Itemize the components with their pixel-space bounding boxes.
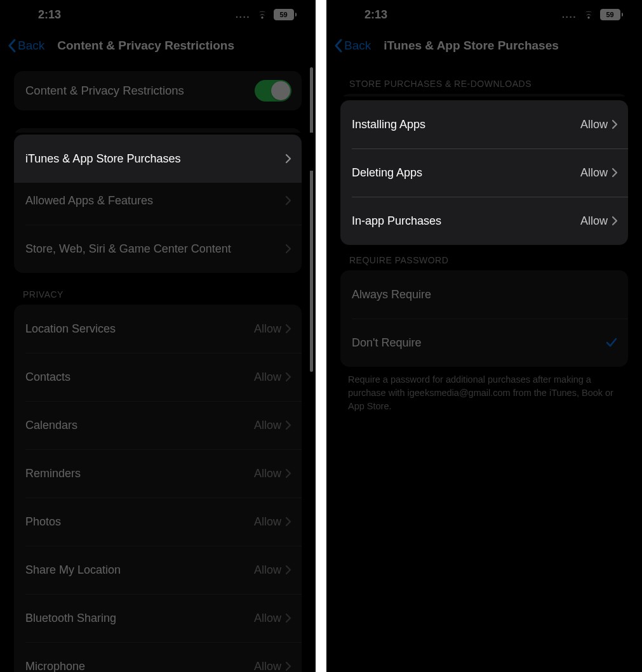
group-privacy: Location ServicesAllowContactsAllowCalen… <box>14 305 302 672</box>
row-label: Installing Apps <box>352 118 580 131</box>
row-label: Don't Require <box>352 336 605 350</box>
status-time: 2:13 <box>364 8 387 22</box>
row-label: Always Require <box>352 288 618 301</box>
row-value: Allow <box>254 371 281 384</box>
toggle-label: Content & Privacy Restrictions <box>25 84 184 98</box>
toggle-switch[interactable] <box>255 80 291 102</box>
row-label: Location Services <box>25 322 254 336</box>
chevron-right-icon <box>285 372 291 382</box>
checkmark-icon <box>605 337 618 348</box>
back-label: Back <box>344 39 371 53</box>
page-title: Content & Privacy Restrictions <box>57 39 234 53</box>
image-divider <box>316 0 326 672</box>
row-value: Allow <box>254 322 281 336</box>
back-label: Back <box>18 39 44 53</box>
screen-content-restrictions: 2:13 .... 59 Back Content & Privacy Rest… <box>0 0 316 672</box>
section-footer: Require a password for additional purcha… <box>340 367 628 413</box>
battery-icon: 59 <box>600 9 624 20</box>
highlight-itunes: iTunes & App Store Purchases <box>14 135 302 183</box>
row-label: Reminders <box>25 467 254 480</box>
row-label: Deleting Apps <box>352 166 580 180</box>
page-title: iTunes & App Store Purchases <box>384 39 559 53</box>
row-privacy-item[interactable]: RemindersAllow <box>14 449 302 497</box>
row-label: Share My Location <box>25 563 254 577</box>
phone-left: 2:13 .... 59 Back Content & Privacy Rest… <box>0 0 316 672</box>
wifi-icon <box>582 10 595 20</box>
content-privacy-toggle-row[interactable]: Content & Privacy Restrictions <box>14 71 302 110</box>
scrollbar[interactable] <box>310 67 313 372</box>
chevron-right-icon <box>285 468 291 478</box>
row-value: Allow <box>254 419 281 432</box>
battery-level: 59 <box>279 11 287 18</box>
phone-right: 2:13 .... 59 Back iTunes & App Store Pur… <box>326 0 642 672</box>
row-label: Store, Web, Siri & Game Center Content <box>25 242 285 256</box>
row-store-item-highlight[interactable]: Deleting AppsAllow <box>340 148 628 197</box>
row-label: Microphone <box>25 660 254 673</box>
chevron-right-icon <box>285 517 291 527</box>
cellular-dots-icon: .... <box>236 10 251 20</box>
battery-level: 59 <box>606 11 613 18</box>
row-itunes-purchases-highlight[interactable]: iTunes & App Store Purchases <box>14 135 302 183</box>
highlight-store-group: Installing AppsAllowDeleting AppsAllowIn… <box>340 100 628 245</box>
navbar: Back Content & Privacy Restrictions <box>0 29 316 62</box>
row-label: iTunes & App Store Purchases <box>25 152 285 166</box>
row-value: Allow <box>580 118 608 131</box>
status-time: 2:13 <box>38 8 61 22</box>
row-privacy-item[interactable]: CalendarsAllow <box>14 401 302 449</box>
row-always-require[interactable]: Always Require <box>340 270 628 319</box>
row-privacy-item[interactable]: Location ServicesAllow <box>14 305 302 353</box>
row-value: Allow <box>254 515 281 529</box>
row-label: In-app Purchases <box>352 214 580 228</box>
chevron-right-icon <box>285 244 291 254</box>
row-privacy-item[interactable]: Share My LocationAllow <box>14 546 302 594</box>
chevron-right-icon <box>285 195 291 206</box>
chevron-right-icon <box>285 565 291 575</box>
chevron-right-icon <box>612 216 618 226</box>
back-button[interactable]: Back <box>8 39 44 53</box>
wifi-icon <box>256 10 269 20</box>
row-dont-require[interactable]: Don't Require <box>340 319 628 367</box>
row-label: Contacts <box>25 371 254 384</box>
row-value: Allow <box>254 660 281 673</box>
row-store-item-highlight[interactable]: In-app PurchasesAllow <box>340 197 628 245</box>
chevron-right-icon <box>612 119 618 129</box>
status-bar: 2:13 .... 59 <box>326 0 642 29</box>
chevron-right-icon <box>285 420 291 430</box>
group-require-password: Always Require Don't Require <box>340 270 628 367</box>
row-value: Allow <box>254 563 281 577</box>
section-header-privacy: PRIVACY <box>14 273 302 305</box>
chevron-right-icon <box>285 661 291 671</box>
row-privacy-item[interactable]: MicrophoneAllow <box>14 642 302 672</box>
row-privacy-item[interactable]: Bluetooth SharingAllow <box>14 594 302 642</box>
status-bar: 2:13 .... 59 <box>0 0 316 29</box>
row-allowed-apps[interactable]: Allowed Apps & Features <box>14 176 302 225</box>
chevron-right-icon <box>285 154 291 164</box>
row-privacy-item[interactable]: PhotosAllow <box>14 497 302 546</box>
row-privacy-item[interactable]: ContactsAllow <box>14 353 302 401</box>
row-value: Allow <box>254 612 281 625</box>
row-label: Allowed Apps & Features <box>25 194 285 208</box>
navbar: Back iTunes & App Store Purchases <box>326 29 642 62</box>
battery-icon: 59 <box>274 9 297 20</box>
row-label: Bluetooth Sharing <box>25 612 254 625</box>
chevron-right-icon <box>612 168 618 178</box>
back-button[interactable]: Back <box>334 39 371 53</box>
row-label: Calendars <box>25 419 254 432</box>
cellular-dots-icon: .... <box>562 10 577 20</box>
row-store-web-siri[interactable]: Store, Web, Siri & Game Center Content <box>14 225 302 273</box>
row-label: Photos <box>25 515 254 529</box>
section-header-store: STORE PURCHASES & RE-DOWNLOADS <box>340 62 628 94</box>
chevron-right-icon <box>285 613 291 623</box>
row-store-item-highlight[interactable]: Installing AppsAllow <box>340 100 628 148</box>
row-value: Allow <box>580 214 608 228</box>
row-value: Allow <box>254 467 281 480</box>
row-value: Allow <box>580 166 608 180</box>
chevron-right-icon <box>285 324 291 334</box>
